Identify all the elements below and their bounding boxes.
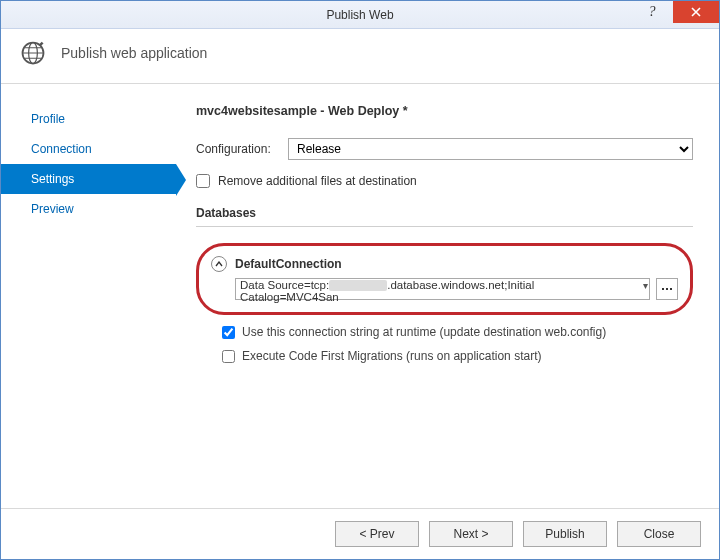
connection-name: DefaultConnection bbox=[235, 257, 342, 271]
chevron-up-icon bbox=[211, 256, 227, 272]
header-subtitle: Publish web application bbox=[61, 45, 207, 61]
migrations-checkbox[interactable] bbox=[222, 350, 235, 363]
titlebar[interactable]: Publish Web ? bbox=[1, 1, 719, 29]
remove-files-row: Remove additional files at destination bbox=[196, 174, 693, 188]
connection-string-row: Data Source=tcp:.database.windows.net;In… bbox=[211, 278, 678, 300]
sidebar: Profile Connection Settings Preview bbox=[1, 84, 176, 508]
prev-button[interactable]: < Prev bbox=[335, 521, 419, 547]
publish-web-dialog: Publish Web ? Publish web application Pr… bbox=[0, 0, 720, 560]
divider bbox=[196, 226, 693, 227]
close-window-button[interactable] bbox=[673, 1, 719, 23]
sidebar-item-preview[interactable]: Preview bbox=[1, 194, 176, 224]
use-runtime-row: Use this connection string at runtime (u… bbox=[196, 325, 693, 339]
dialog-body: Profile Connection Settings Preview mvc4… bbox=[1, 84, 719, 508]
connection-string-wrap: Data Source=tcp:.database.windows.net;In… bbox=[235, 278, 650, 300]
migrations-label: Execute Code First Migrations (runs on a… bbox=[242, 349, 541, 363]
remove-files-checkbox[interactable] bbox=[196, 174, 210, 188]
next-button[interactable]: Next > bbox=[429, 521, 513, 547]
globe-icon bbox=[19, 39, 47, 67]
remove-files-label: Remove additional files at destination bbox=[218, 174, 417, 188]
configuration-label: Configuration: bbox=[196, 142, 288, 156]
header-strip: Publish web application bbox=[1, 29, 719, 84]
configuration-select[interactable]: Release bbox=[288, 138, 693, 160]
publish-button[interactable]: Publish bbox=[523, 521, 607, 547]
close-button[interactable]: Close bbox=[617, 521, 701, 547]
footer: < Prev Next > Publish Close bbox=[1, 508, 719, 559]
use-runtime-label: Use this connection string at runtime (u… bbox=[242, 325, 606, 339]
window-buttons: ? bbox=[631, 1, 719, 28]
sidebar-item-settings[interactable]: Settings bbox=[1, 164, 176, 194]
connection-builder-button[interactable] bbox=[656, 278, 678, 300]
default-connection-highlight: DefaultConnection Data Source=tcp:.datab… bbox=[196, 243, 693, 315]
panel-title: mvc4websitesample - Web Deploy * bbox=[196, 104, 693, 118]
ellipsis-icon bbox=[662, 288, 672, 290]
sidebar-item-profile[interactable]: Profile bbox=[1, 104, 176, 134]
redacted-host bbox=[329, 280, 387, 291]
migrations-row: Execute Code First Migrations (runs on a… bbox=[196, 349, 693, 363]
configuration-row: Configuration: Release bbox=[196, 138, 693, 160]
connection-header[interactable]: DefaultConnection bbox=[211, 256, 678, 272]
use-runtime-checkbox[interactable] bbox=[222, 326, 235, 339]
close-icon bbox=[691, 7, 701, 17]
help-button[interactable]: ? bbox=[631, 1, 673, 23]
databases-heading: Databases bbox=[196, 206, 693, 220]
window-title: Publish Web bbox=[1, 8, 719, 22]
connection-string-input[interactable]: Data Source=tcp:.database.windows.net;In… bbox=[235, 278, 650, 300]
sidebar-item-connection[interactable]: Connection bbox=[1, 134, 176, 164]
settings-panel: mvc4websitesample - Web Deploy * Configu… bbox=[176, 84, 719, 508]
